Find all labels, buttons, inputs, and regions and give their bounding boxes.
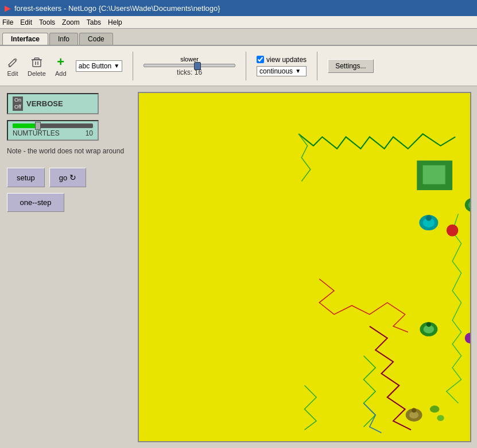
edit-button[interactable]: Edit bbox=[6, 55, 20, 77]
menu-zoom[interactable]: Zoom bbox=[62, 18, 80, 26]
window-title: forest-seekers - NetLogo {C:\Users\Wade\… bbox=[14, 4, 220, 13]
setup-button[interactable]: setup bbox=[7, 168, 45, 187]
numturtles-value: 10 bbox=[86, 129, 93, 137]
delete-button[interactable]: Delete bbox=[28, 55, 46, 77]
verbose-toggle[interactable]: On Off VERBOSE bbox=[7, 93, 99, 114]
speed-section: slower ticks: 16 bbox=[144, 56, 235, 76]
off-label: Off bbox=[14, 104, 21, 111]
svg-point-30 bbox=[437, 415, 444, 421]
edit-icon bbox=[6, 55, 20, 69]
left-panel: On Off VERBOSE NUMTURTLES 10 Note - the … bbox=[0, 86, 138, 448]
svg-rect-1 bbox=[33, 60, 41, 67]
dropdown-arrow-icon: ▼ bbox=[114, 63, 119, 69]
one-step-button[interactable]: one--step bbox=[7, 193, 64, 212]
svg-rect-8 bbox=[423, 165, 445, 184]
tab-info[interactable]: Info bbox=[49, 33, 78, 45]
edit-label: Edit bbox=[7, 70, 18, 77]
separator-3 bbox=[317, 52, 317, 80]
go-label: go bbox=[59, 173, 67, 182]
numturtles-slider[interactable] bbox=[13, 123, 93, 128]
svg-point-28 bbox=[412, 408, 416, 412]
sim-buttons: setup go ↻ bbox=[7, 168, 131, 187]
verbose-label: VERBOSE bbox=[26, 99, 63, 108]
view-updates-section: view updates continuous ▼ bbox=[257, 56, 307, 76]
on-off-indicator: On Off bbox=[13, 96, 23, 111]
numturtles-fill bbox=[13, 123, 37, 128]
tab-bar: Interface Info Code bbox=[0, 29, 477, 46]
separator-2 bbox=[246, 52, 246, 80]
speed-slider[interactable] bbox=[144, 64, 235, 67]
view-updates-row: view updates bbox=[257, 56, 307, 64]
world-canvas bbox=[138, 92, 471, 442]
widget-type-label: abc Button bbox=[79, 62, 111, 70]
menu-bar: File Edit Tools Zoom Tabs Help bbox=[0, 16, 477, 29]
delete-label: Delete bbox=[28, 70, 46, 77]
numturtles-label: NUMTURTLES bbox=[13, 129, 60, 137]
note-text: Note - the world does not wrap around bbox=[7, 146, 131, 156]
widget-type-dropdown[interactable]: abc Button ▼ bbox=[76, 60, 122, 72]
menu-edit[interactable]: Edit bbox=[20, 18, 32, 26]
menu-help[interactable]: Help bbox=[108, 18, 122, 26]
menu-tabs[interactable]: Tabs bbox=[87, 18, 101, 26]
toolbar: Edit Delete + Add abc Button ▼ slower bbox=[0, 46, 477, 86]
menu-file[interactable]: File bbox=[2, 18, 13, 26]
continuous-arrow-icon: ▼ bbox=[295, 68, 301, 74]
go-button[interactable]: go ↻ bbox=[49, 168, 86, 187]
svg-rect-5 bbox=[34, 58, 39, 60]
add-icon: + bbox=[54, 55, 68, 69]
speed-thumb[interactable] bbox=[194, 62, 201, 70]
go-loop-icon: ↻ bbox=[69, 173, 76, 182]
svg-point-15 bbox=[447, 225, 459, 237]
view-updates-checkbox[interactable] bbox=[257, 56, 264, 63]
title-bar: ▶ forest-seekers - NetLogo {C:\Users\Wad… bbox=[0, 0, 477, 16]
svg-point-18 bbox=[426, 322, 431, 327]
view-updates-label: view updates bbox=[266, 56, 307, 64]
settings-button[interactable]: Settings... bbox=[328, 59, 373, 73]
continuous-label: continuous bbox=[259, 67, 293, 75]
svg-point-11 bbox=[426, 215, 432, 221]
numturtles-control: NUMTURTLES 10 bbox=[7, 120, 99, 141]
numturtles-row: NUMTURTLES 10 bbox=[13, 129, 93, 137]
play-icon: ▶ bbox=[5, 3, 11, 13]
menu-tools[interactable]: Tools bbox=[39, 18, 55, 26]
separator-1 bbox=[133, 52, 133, 80]
delete-icon bbox=[30, 55, 44, 69]
add-button[interactable]: + Add bbox=[54, 55, 68, 77]
on-label: On bbox=[14, 97, 21, 104]
speed-label: slower bbox=[180, 56, 199, 63]
world-svg bbox=[139, 93, 470, 441]
one-step-row: one--step bbox=[7, 193, 131, 212]
add-label: Add bbox=[55, 70, 67, 77]
numturtles-thumb[interactable] bbox=[35, 122, 41, 130]
tab-code[interactable]: Code bbox=[79, 33, 113, 45]
svg-point-29 bbox=[430, 405, 439, 412]
tab-interface[interactable]: Interface bbox=[2, 33, 48, 45]
continuous-dropdown[interactable]: continuous ▼ bbox=[257, 66, 307, 76]
main-content: On Off VERBOSE NUMTURTLES 10 Note - the … bbox=[0, 86, 477, 448]
